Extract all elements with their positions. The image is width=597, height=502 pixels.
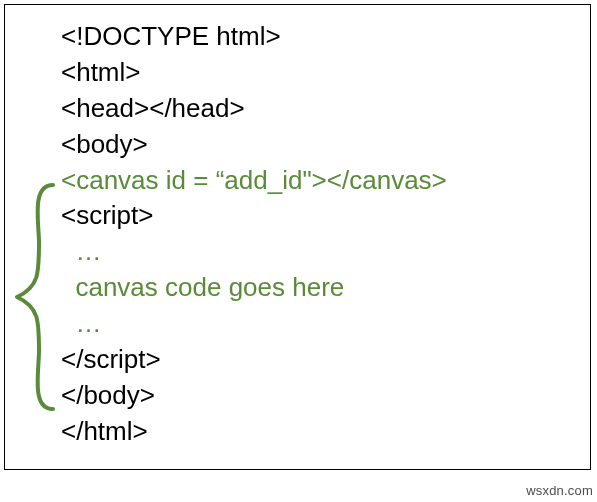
code-line-10: </script> bbox=[61, 342, 447, 378]
code-line-11: </body> bbox=[61, 378, 447, 414]
code-line-3: <head></head> bbox=[61, 91, 447, 127]
code-line-12: </html> bbox=[61, 414, 447, 450]
code-line-8: canvas code goes here bbox=[61, 270, 447, 306]
code-line-9: … bbox=[61, 306, 447, 342]
code-frame: <!DOCTYPE html> <html> <head></head> <bo… bbox=[4, 4, 591, 470]
watermark-text: wsxdn.com bbox=[526, 483, 593, 498]
code-line-1: <!DOCTYPE html> bbox=[61, 19, 447, 55]
code-block: <!DOCTYPE html> <html> <head></head> <bo… bbox=[61, 19, 447, 450]
code-line-6: <script> bbox=[61, 198, 447, 234]
code-line-5: <canvas id = “add_id"></canvas> bbox=[61, 163, 447, 199]
code-line-2: <html> bbox=[61, 55, 447, 91]
code-line-4: <body> bbox=[61, 127, 447, 163]
code-line-7: … bbox=[61, 234, 447, 270]
curly-brace-icon bbox=[11, 183, 57, 411]
